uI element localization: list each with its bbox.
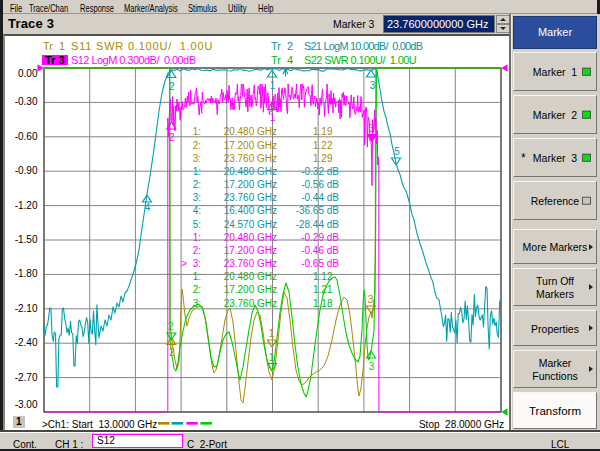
svg-text:2: 2 [169, 347, 175, 358]
svg-text:3: 3 [368, 294, 374, 305]
svg-text:1: 1 [269, 328, 275, 339]
svg-text:2: 2 [169, 81, 175, 92]
svg-text:3: 3 [370, 80, 376, 91]
svg-text:4: 4 [145, 202, 151, 213]
svg-text:3: 3 [369, 361, 375, 372]
svg-text:2: 2 [168, 321, 174, 332]
svg-text:2: 2 [169, 132, 175, 143]
svg-text:1: 1 [269, 352, 275, 363]
svg-text:1: 1 [270, 112, 276, 123]
svg-text:1: 1 [270, 80, 276, 91]
svg-text:3: 3 [369, 123, 375, 134]
svg-text:5: 5 [394, 146, 400, 157]
